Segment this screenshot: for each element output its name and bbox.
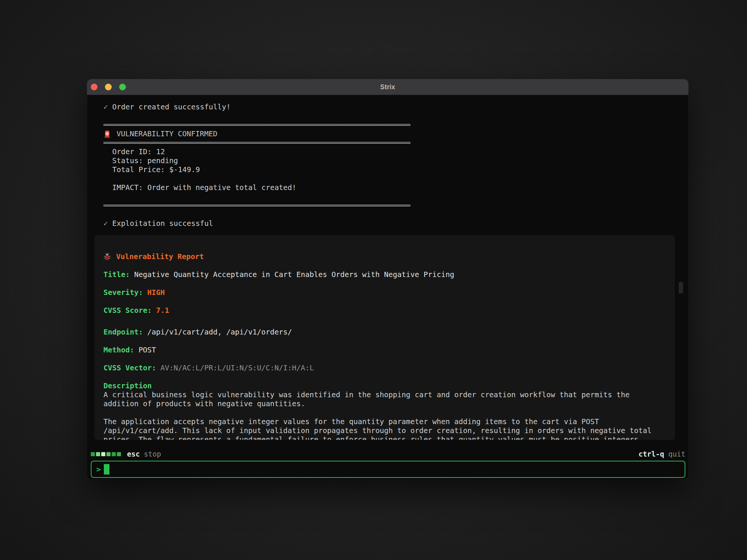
check-icon: ✓ [103, 103, 112, 112]
report-cvss-score-row: CVSS Score:7.1 [103, 306, 666, 315]
report-severity-row: Severity:HIGH [103, 288, 666, 297]
scrollbar-thumb[interactable] [679, 282, 683, 293]
report-endpoint-row: Endpoint:/api/v1/cart/add, /api/v1/order… [103, 328, 666, 337]
terminal-output[interactable]: ✓Order created successfully! ═══════════… [87, 95, 688, 445]
prompt-chevron: > [96, 465, 101, 474]
blank-row [103, 297, 666, 306]
endpoint-label: Endpoint: [103, 328, 143, 336]
strix-window: Strix ✓Order created successfully! ═════… [87, 79, 688, 479]
blank-row [103, 355, 666, 364]
blank-row [103, 337, 666, 346]
command-input[interactable]: > [91, 461, 685, 478]
esc-key-hint: esc [127, 450, 140, 458]
description-heading: Description [103, 382, 666, 391]
blank-row [103, 279, 666, 288]
divider-line: ════════════════════════════════════════… [103, 139, 672, 147]
impact-line: IMPACT: Order with negative total create… [103, 183, 672, 192]
blank-row [103, 315, 666, 324]
severity-value: HIGH [147, 288, 165, 297]
report-method-row: Method:POST [103, 346, 666, 355]
report-heading-text: Vulnerability Report [116, 252, 204, 261]
text-cursor [104, 464, 109, 475]
blank-line [103, 174, 672, 183]
blank-row [103, 373, 666, 382]
cvss-vector-label: CVSS Vector: [103, 364, 156, 372]
cvss-vector-value: AV:N/AC:L/PR:L/UI:N/S:U/C:N/I:H/A:L [161, 364, 314, 372]
vulnerability-confirmed-line: VULNERABILITY CONFIRMED [103, 130, 672, 139]
cvss-score-label: CVSS Score: [103, 306, 152, 315]
esc-action-label: stop [144, 450, 161, 458]
description-paragraph-1: A critical business logic vulnerability … [103, 391, 657, 408]
blank-line [103, 192, 672, 201]
total-price-line: Total Price: $-149.9 [103, 165, 672, 174]
statusbar-left: esc stop [91, 450, 161, 458]
order-created-text: Order created successfully! [112, 103, 231, 111]
quit-action-label: quit [668, 450, 685, 458]
report-title-row: Title:Negative Quantity Acceptance in Ca… [103, 270, 666, 279]
titlebar[interactable]: Strix [87, 79, 688, 95]
endpoint-value: /api/v1/cart/add, /api/v1/orders/ [147, 328, 292, 336]
severity-label: Severity: [103, 288, 143, 297]
divider-line: ════════════════════════════════════════… [103, 201, 672, 210]
quit-key-hint: ctrl-q [639, 450, 664, 458]
vulnerability-confirmed-text: VULNERABILITY CONFIRMED [117, 130, 217, 139]
description-paragraph-2: The application accepts negative integer… [103, 417, 657, 440]
bug-icon [103, 253, 111, 261]
exploitation-line: ✓Exploitation successful [103, 219, 672, 228]
blank-row [103, 261, 666, 270]
order-created-line: ✓Order created successfully! [103, 103, 672, 112]
report-heading-row: Vulnerability Report [103, 252, 666, 261]
check-icon: ✓ [103, 219, 112, 228]
desktop: { "window": { "title": "Strix" }, "termi… [0, 0, 747, 560]
order-id-line: Order ID: 12 [103, 147, 672, 156]
window-title: Strix [87, 83, 688, 91]
method-value: POST [139, 346, 156, 354]
statusbar: esc stop ctrl-q quit [91, 449, 685, 458]
blank-line [103, 112, 672, 121]
title-value: Negative Quantity Acceptance in Cart Ena… [134, 270, 454, 279]
title-label: Title: [103, 270, 130, 279]
activity-spinner [91, 452, 121, 456]
report-cvss-vector-row: CVSS Vector:AV:N/AC:L/PR:L/UI:N/S:U/C:N/… [103, 364, 666, 373]
divider-line: ════════════════════════════════════════… [103, 121, 672, 130]
siren-icon [103, 130, 111, 138]
blank-row [103, 408, 666, 417]
blank-line [103, 210, 672, 219]
method-label: Method: [103, 346, 134, 354]
statusbar-right: ctrl-q quit [639, 450, 685, 458]
cvss-score-value: 7.1 [156, 306, 169, 315]
vulnerability-report-panel: Vulnerability Report Title:Negative Quan… [94, 235, 675, 440]
order-status-line: Status: pending [103, 156, 672, 165]
exploitation-text: Exploitation successful [112, 219, 213, 228]
